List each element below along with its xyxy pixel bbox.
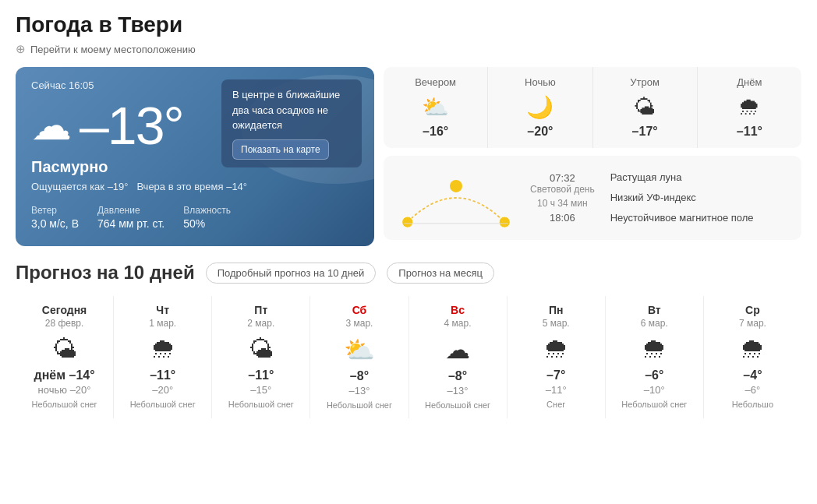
day-weather-icon: 🌤 (217, 335, 305, 364)
location-link-label: Перейти к моему местоположению (30, 44, 196, 55)
tod-label: Ночью (496, 76, 584, 88)
day-temp-day: –11° (217, 368, 305, 382)
day-name: Пт (217, 304, 305, 316)
day-desc: Небольшой снег (414, 400, 502, 411)
day-weather-icon: ☁ (414, 335, 502, 365)
day-date: 6 мар. (610, 318, 699, 329)
day-temp-day: –8° (414, 369, 502, 383)
page-title: Погода в Твери (16, 12, 801, 37)
tooltip-text: В центре в ближайшие два часа осадков не… (232, 89, 340, 131)
tod-label: Вечером (391, 76, 479, 88)
day-item-1[interactable]: Чт 1 мар. 🌨 –11° –20° Небольшой снег (114, 296, 212, 418)
wind-detail: Ветер 3,0 м/с, В (31, 205, 79, 230)
days-row: Сегодня 28 февр. 🌤 днём –14° ночью –20° … (16, 296, 801, 418)
day-name: Сб (315, 304, 403, 316)
day-temp-night: –15° (217, 384, 305, 396)
day-date: 7 мар. (709, 318, 797, 329)
day-item-0[interactable]: Сегодня 28 февр. 🌤 днём –14° ночью –20° … (16, 296, 114, 418)
pressure-label: Давление (97, 205, 164, 216)
day-date: 2 мар. (217, 318, 305, 329)
day-desc: Небольшой снег (610, 399, 699, 410)
tod-icon: 🌨 (706, 94, 794, 120)
day-desc: Небольшой снег (118, 399, 207, 410)
day-desc: Небольшой снег (217, 399, 305, 410)
day-weather-icon: ⛅ (315, 335, 403, 365)
day-item-7[interactable]: Ср 7 мар. 🌨 –4° –6° Небольшо (704, 296, 801, 418)
current-temp: –13° (80, 99, 183, 152)
forecast-header: Прогноз на 10 дней Подробный прогноз на … (16, 262, 801, 284)
tod-label: Утром (601, 76, 689, 88)
day-desc: Небольшо (709, 399, 797, 410)
day-temp-night: –13° (414, 385, 502, 397)
day-temp-night: –20° (118, 384, 207, 396)
precipitation-tooltip: В центре в ближайшие два часа осадков не… (221, 79, 362, 167)
forecast-title: Прогноз на 10 дней (16, 262, 195, 284)
tod-temp: –11° (706, 125, 794, 139)
sun-arc-chart (398, 167, 515, 229)
humidity-label: Влажность (183, 205, 231, 216)
magnetic-field: Неустойчивое магнитное поле (610, 208, 754, 228)
detailed-forecast-button[interactable]: Подробный прогноз на 10 дней (206, 263, 377, 284)
day-weather-icon: 🌨 (709, 335, 797, 364)
day-temp-day: днём –14° (20, 368, 108, 382)
humidity-detail: Влажность 50% (183, 205, 231, 230)
day-temp-day: –6° (610, 368, 699, 382)
day-temp-day: –4° (709, 368, 797, 382)
day-weather-icon: 🌨 (610, 335, 699, 364)
wind-value: 3,0 м/с, В (31, 217, 79, 230)
day-temp-day: –8° (315, 369, 403, 383)
day-name: Сегодня (20, 304, 108, 316)
day-desc: Небольшой снег (20, 399, 108, 410)
monthly-forecast-button[interactable]: Прогноз на месяц (387, 263, 494, 284)
day-item-5[interactable]: Пн 5 мар. 🌨 –7° –11° Снег (508, 296, 606, 418)
day-temp-night: –11° (512, 384, 600, 396)
day-length-label: Световой день (530, 184, 595, 195)
tod-item-2: Утром 🌤 –17° (593, 67, 698, 148)
weather-details: Ветер 3,0 м/с, В Давление 764 мм рт. ст.… (31, 205, 359, 230)
tod-item-0: Вечером ⛅ –16° (384, 67, 488, 148)
day-temp-night: –10° (610, 384, 699, 396)
sun-extra-info: Растущая луна Низкий УФ-индекс Неустойчи… (610, 167, 754, 228)
location-link[interactable]: ⊕ Перейти к моему местоположению (16, 42, 801, 56)
day-temp-night: –13° (315, 385, 403, 397)
day-item-3[interactable]: Сб 3 мар. ⛅ –8° –13° Небольшой снег (310, 296, 408, 418)
day-name: Ср (709, 304, 797, 316)
day-item-6[interactable]: Вт 6 мар. 🌨 –6° –10° Небольшой снег (606, 296, 704, 418)
day-date: 4 мар. (414, 318, 502, 329)
pressure-detail: Давление 764 мм рт. ст. (97, 205, 164, 230)
humidity-value: 50% (183, 217, 205, 230)
day-name: Вт (610, 304, 699, 316)
day-temp-night: –6° (709, 384, 797, 396)
day-temp-day: –11° (118, 368, 207, 382)
day-length-value: 10 ч 34 мин (530, 198, 595, 209)
show-map-button[interactable]: Показать на карте (232, 139, 329, 160)
timeofday-row: Вечером ⛅ –16° Ночью 🌙 –20° Утром 🌤 –17°… (384, 67, 801, 148)
day-desc: Снег (512, 399, 600, 410)
day-weather-icon: 🌤 (20, 335, 108, 364)
day-weather-icon: 🌨 (512, 335, 600, 364)
day-weather-icon: 🌨 (118, 335, 207, 364)
day-name: Пн (512, 304, 600, 316)
day-temp-night: ночью –20° (20, 384, 108, 396)
tod-icon: 🌤 (601, 94, 689, 120)
day-name: Чт (118, 304, 207, 316)
tod-icon: ⛅ (391, 94, 479, 120)
svg-point-0 (402, 217, 413, 227)
wind-label: Ветер (31, 205, 79, 216)
sunrise-time: 07:32 (530, 172, 595, 184)
tod-temp: –16° (391, 125, 479, 139)
tod-icon: 🌙 (496, 94, 584, 120)
sunset-time: 18:06 (530, 212, 595, 224)
day-date: 5 мар. (512, 318, 600, 329)
sun-panel: 07:32 Световой день 10 ч 34 мин 18:06 Ра… (384, 156, 801, 240)
svg-point-2 (499, 217, 510, 227)
tod-item-1: Ночью 🌙 –20° (488, 67, 592, 148)
right-panels: Вечером ⛅ –16° Ночью 🌙 –20° Утром 🌤 –17°… (384, 67, 801, 246)
day-date: 3 мар. (315, 318, 403, 329)
day-desc: Небольшой снег (315, 400, 403, 411)
day-temp-day: –7° (512, 368, 600, 382)
day-item-4[interactable]: Вс 4 мар. ☁ –8° –13° Небольшой снег (409, 296, 508, 418)
top-section: Сейчас 16:05 ☁ –13° В центре в ближайшие… (16, 67, 801, 246)
day-item-2[interactable]: Пт 2 мар. 🌤 –11° –15° Небольшой снег (212, 296, 310, 418)
sun-times: 07:32 Световой день 10 ч 34 мин 18:06 (530, 172, 595, 224)
